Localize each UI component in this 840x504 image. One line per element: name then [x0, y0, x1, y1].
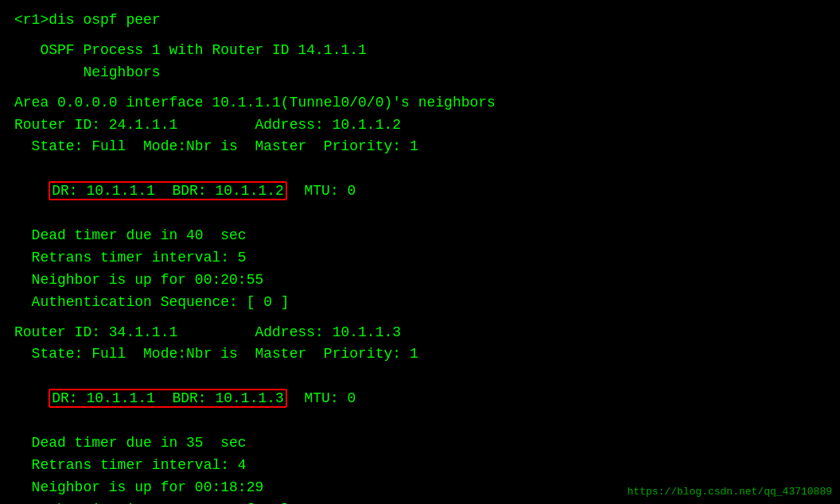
terminal-window: <r1>dis ospf peer OSPF Process 1 with Ro…	[0, 0, 840, 504]
retrans-1-line: Retrans timer interval: 5	[14, 247, 826, 269]
watermark: https://blog.csdn.net/qq_43710889	[628, 486, 832, 498]
retrans-2-line: Retrans timer interval: 4	[14, 455, 826, 477]
dead-timer-2-line: Dead timer due in 35 sec	[14, 432, 826, 455]
dr-bdr-2-extra: MTU: 0	[287, 390, 356, 406]
router-id-2-line: Router ID: 34.1.1.1 Address: 10.1.1.3	[14, 322, 826, 344]
auth-1-line: Authentication Sequence: [ 0 ]	[14, 292, 826, 314]
dr-bdr-2-line: DR: 10.1.1.1 BDR: 10.1.1.3 MTU: 0	[14, 366, 826, 432]
area-interface-line: Area 0.0.0.0 interface 10.1.1.1(Tunnel0/…	[14, 92, 826, 114]
prompt-line: <r1>dis ospf peer	[14, 10, 826, 32]
ospf-process-line: OSPF Process 1 with Router ID 14.1.1.1	[14, 40, 826, 62]
dr-bdr-2-box: DR: 10.1.1.1 BDR: 10.1.1.3	[49, 389, 287, 408]
dr-bdr-1-line: DR: 10.1.1.1 BDR: 10.1.1.2 MTU: 0	[14, 158, 826, 225]
neighbors-heading-line: Neighbors	[14, 62, 826, 84]
neighbor-up-1-line: Neighbor is up for 00:20:55	[14, 269, 826, 292]
dr-bdr-1-box: DR: 10.1.1.1 BDR: 10.1.1.2	[49, 181, 287, 200]
state-1-line: State: Full Mode:Nbr is Master Priority:…	[14, 136, 826, 158]
auth-2-line: Authentication Sequence: [ 0 ]	[14, 499, 826, 504]
dead-timer-1-line: Dead timer due in 40 sec	[14, 225, 826, 247]
dr-bdr-1-extra: MTU: 0	[287, 183, 356, 199]
state-2-line: State: Full Mode:Nbr is Master Priority:…	[14, 343, 826, 366]
router-id-1-line: Router ID: 24.1.1.1 Address: 10.1.1.2	[14, 114, 826, 137]
